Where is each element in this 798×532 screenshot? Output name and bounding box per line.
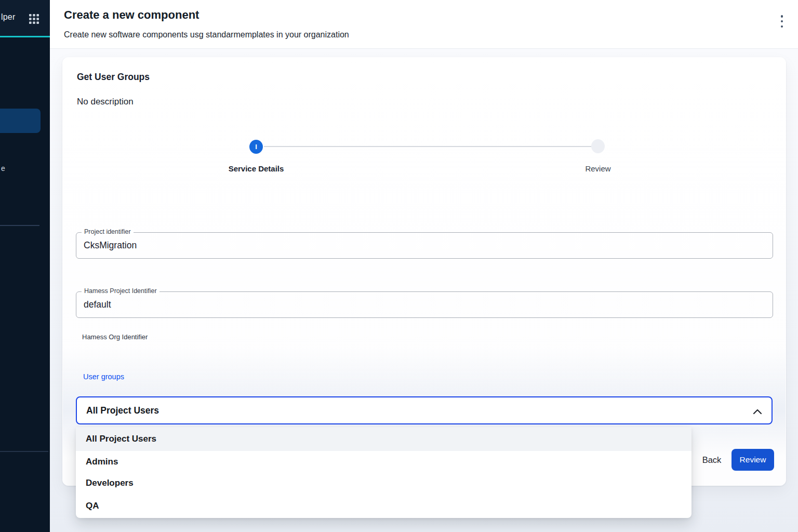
wizard-card: Get User Groups No description I Service… xyxy=(62,57,786,486)
step-title: Get User Groups xyxy=(77,72,150,83)
stepper-connector xyxy=(264,146,591,147)
dropdown-option-all-project-users[interactable]: All Project Users xyxy=(76,427,691,451)
page-title: Create a new component xyxy=(64,8,199,22)
review-button[interactable]: Review xyxy=(732,449,774,471)
stepper-step-1-circle[interactable]: I xyxy=(249,140,263,154)
chevron-up-icon xyxy=(753,407,762,414)
sidebar-header: lper xyxy=(0,0,50,37)
back-button[interactable]: Back xyxy=(695,449,728,471)
stepper-step-1-label: Service Details xyxy=(204,164,308,173)
step-description: No description xyxy=(77,97,134,107)
user-groups-dropdown[interactable]: All Project Users xyxy=(76,396,773,424)
dropdown-option-developers[interactable]: Developers xyxy=(76,472,691,494)
dropdown-option-admins[interactable]: Admins xyxy=(76,451,691,472)
stepper-step-2-label: Review xyxy=(546,164,650,173)
harness-project-identifier-field: Hamess Project Identifier xyxy=(76,291,773,318)
page-header: Create a new component Create new softwa… xyxy=(50,0,798,49)
kebab-menu-icon[interactable] xyxy=(779,15,784,28)
dropdown-menu: All Project Users Admins Developers QA xyxy=(76,427,691,518)
user-groups-link[interactable]: User groups xyxy=(83,373,124,381)
project-identifier-field: Project identifier xyxy=(76,232,773,259)
sidebar: lper e xyxy=(0,0,50,532)
sidebar-item-truncated[interactable]: e xyxy=(1,164,5,172)
stepper-step-2-circle[interactable] xyxy=(591,139,605,153)
harness-project-identifier-input[interactable] xyxy=(84,292,759,317)
brand-text: lper xyxy=(1,12,15,22)
grid-apps-icon[interactable] xyxy=(29,14,39,24)
sidebar-item-selected[interactable] xyxy=(0,109,41,133)
project-identifier-input[interactable] xyxy=(84,233,759,258)
sidebar-divider xyxy=(0,451,48,452)
stepper-step-1-indicator: I xyxy=(255,143,257,151)
dropdown-selected-value: All Project Users xyxy=(86,405,159,416)
harness-org-identifier-label: Hamess Org Identifier xyxy=(82,333,148,341)
sidebar-divider xyxy=(0,225,39,226)
page-subtitle: Create new software components usg stand… xyxy=(64,30,349,39)
dropdown-option-qa[interactable]: QA xyxy=(76,494,691,518)
